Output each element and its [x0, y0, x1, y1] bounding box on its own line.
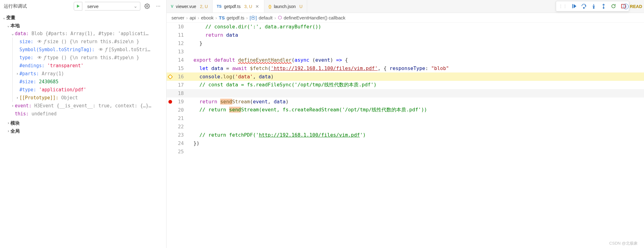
git-status: U: [299, 4, 303, 9]
close-icon[interactable]: ✕: [255, 4, 260, 9]
code-line[interactable]: 11 return data: [167, 31, 644, 39]
crumb-item[interactable]: api: [190, 15, 196, 20]
code-content: [188, 90, 193, 96]
watermark: CSDN @北极象: [609, 241, 638, 246]
crumb-item[interactable]: ebook: [201, 15, 214, 20]
step-over-button[interactable]: [580, 2, 588, 10]
debug-sidebar: 运行和调试 serve ⌄ ⋯ ⌄ 变量 ⌄ 本地 ⌄: [0, 0, 167, 248]
crumb-item[interactable]: default: [259, 15, 273, 20]
code-content: [188, 115, 193, 121]
current-frame-icon: [168, 74, 173, 79]
code-line[interactable]: 16 console.log('data', data): [167, 72, 644, 81]
line-number: 20: [174, 107, 188, 113]
tab-getpdf-ts[interactable]: TSgetpdf.ts3, U✕: [213, 0, 264, 13]
line-number: 11: [174, 32, 188, 38]
tab-viewer-vue[interactable]: Vviewer.vue2, U: [167, 0, 213, 13]
step-into-button[interactable]: [589, 2, 598, 10]
git-status: 3, U: [244, 4, 252, 9]
svg-point-1: [583, 7, 584, 8]
continue-button[interactable]: [570, 2, 578, 10]
code-line[interactable]: 21: [167, 114, 644, 122]
file-type-icon: {}: [269, 4, 271, 9]
readonly-indicator: i READ: [621, 0, 644, 13]
code-editor[interactable]: 10 // console.dir(':', data.arrayBuffer(…: [167, 23, 644, 248]
section-global[interactable]: › 全局: [0, 127, 166, 135]
var-size[interactable]: size: 👁 ƒ size () {\n return this.#size\…: [12, 38, 166, 46]
start-debug-button[interactable]: [74, 2, 82, 10]
chevron-down-icon: ⌄: [6, 23, 10, 28]
crumb-item[interactable]: getpdf.ts: [227, 15, 245, 20]
code-line[interactable]: 17 // const data = fs.readFileSync('/opt…: [167, 81, 644, 89]
code-line[interactable]: 24 }): [167, 139, 644, 147]
var-prototype[interactable]: › [[Prototype]]: Object: [12, 94, 166, 102]
code-line[interactable]: 18: [167, 89, 644, 97]
code-line[interactable]: 23 // return fetchPDF('http://192.168.1.…: [167, 131, 644, 139]
code-content: // console.dir(':', data.arrayBuffer()): [188, 24, 321, 30]
line-number: 25: [174, 149, 188, 155]
var-data[interactable]: ⌄ data: Blob {#parts: Array(1), #type: '…: [0, 30, 166, 38]
code-line[interactable]: 12 }: [167, 39, 644, 48]
code-content: // const data = fs.readFileSync('/opt/tm…: [188, 82, 377, 88]
line-number: 16: [174, 74, 188, 80]
tab-label: launch.json: [274, 4, 296, 9]
gear-icon[interactable]: [143, 2, 151, 10]
var-event[interactable]: › event: H3Event {__is_event__: true, co…: [0, 102, 166, 110]
line-number: 10: [174, 24, 188, 30]
git-status: 2, U: [200, 4, 208, 9]
var-this[interactable]: this: undefined: [0, 110, 166, 118]
line-number: 18: [174, 90, 188, 96]
tab-label: getpdf.ts: [224, 4, 241, 9]
restart-button[interactable]: [609, 2, 618, 10]
chevron-right-icon: ›: [15, 72, 19, 76]
code-content: console.log('data', data): [188, 74, 274, 80]
code-line[interactable]: 20 // return sendStream(event, fs.create…: [167, 106, 644, 114]
code-content: // return fetchPDF('http://192.168.1.100…: [188, 132, 366, 138]
chevron-down-icon: ⌄: [134, 3, 138, 9]
var-size-private[interactable]: #size: 2430685: [12, 78, 166, 86]
crumb-item[interactable]: defineEventHandler() callback: [284, 15, 345, 20]
code-content: export default defineEventHandler(async …: [188, 57, 348, 63]
eye-icon[interactable]: 👁: [37, 55, 42, 60]
function-icon: ƒ: [105, 47, 107, 52]
var-symbol-tag[interactable]: Symbol(Symbol.toStringTag): 👁 ƒ [Symbol.…: [12, 46, 166, 54]
code-content: [188, 49, 193, 55]
section-modules[interactable]: › 模块: [0, 119, 166, 127]
code-line[interactable]: 14 export default defineEventHandler(asy…: [167, 56, 644, 64]
debug-config-value: serve: [87, 4, 99, 9]
breakpoint-icon[interactable]: [168, 100, 172, 104]
line-number: 14: [174, 57, 188, 63]
code-line[interactable]: 19 return sendStream(event, data): [167, 97, 644, 106]
more-icon[interactable]: ⋯: [154, 2, 163, 10]
line-number: 17: [174, 82, 188, 88]
line-number: 23: [174, 132, 188, 138]
step-out-button[interactable]: [599, 2, 608, 10]
var-type[interactable]: type: 👁 ƒ type () {\n return this.#type\…: [12, 54, 166, 62]
code-line[interactable]: 25: [167, 147, 644, 156]
chevron-right-icon: ›: [10, 104, 15, 108]
editor-tabs: Vviewer.vue2, UTSgetpdf.ts3, U✕{}launch.…: [167, 0, 644, 13]
code-content: // return sendStream(event, fs.createRea…: [188, 107, 427, 113]
code-line[interactable]: 22: [167, 122, 644, 131]
tab-launch-json[interactable]: {}launch.jsonU: [264, 0, 307, 13]
eye-icon[interactable]: 👁: [99, 47, 103, 52]
code-content: [188, 124, 193, 130]
var-type-private[interactable]: #type: 'application/pdf': [12, 86, 166, 94]
editor-area: Vviewer.vue2, UTSgetpdf.ts3, U✕{}launch.…: [167, 0, 644, 248]
drag-handle-icon[interactable]: ⋮⋮: [557, 4, 568, 9]
code-line[interactable]: 10 // console.dir(':', data.arrayBuffer(…: [167, 23, 644, 31]
debug-toolbar[interactable]: ⋮⋮: [556, 1, 629, 11]
section-local[interactable]: ⌄ 本地: [0, 22, 166, 30]
file-type-icon: TS: [217, 4, 221, 9]
code-line[interactable]: 15 let data = await $fetch('http://192.1…: [167, 64, 644, 72]
code-line[interactable]: 13: [167, 48, 644, 56]
code-content: }: [188, 40, 202, 46]
debug-config-select[interactable]: serve ⌄: [85, 2, 140, 10]
var-parts[interactable]: › #parts: Array(1): [12, 70, 166, 78]
breadcrumb[interactable]: server› api› ebook› TS getpdf.ts› [⦿] de…: [167, 13, 644, 23]
info-icon: i: [623, 4, 629, 9]
line-number: 19: [174, 99, 188, 105]
eye-icon[interactable]: 👁: [37, 39, 42, 44]
crumb-item[interactable]: server: [171, 15, 184, 20]
section-variables[interactable]: ⌄ 变量: [0, 14, 166, 22]
var-endings[interactable]: #endings: 'transparent': [12, 62, 166, 70]
